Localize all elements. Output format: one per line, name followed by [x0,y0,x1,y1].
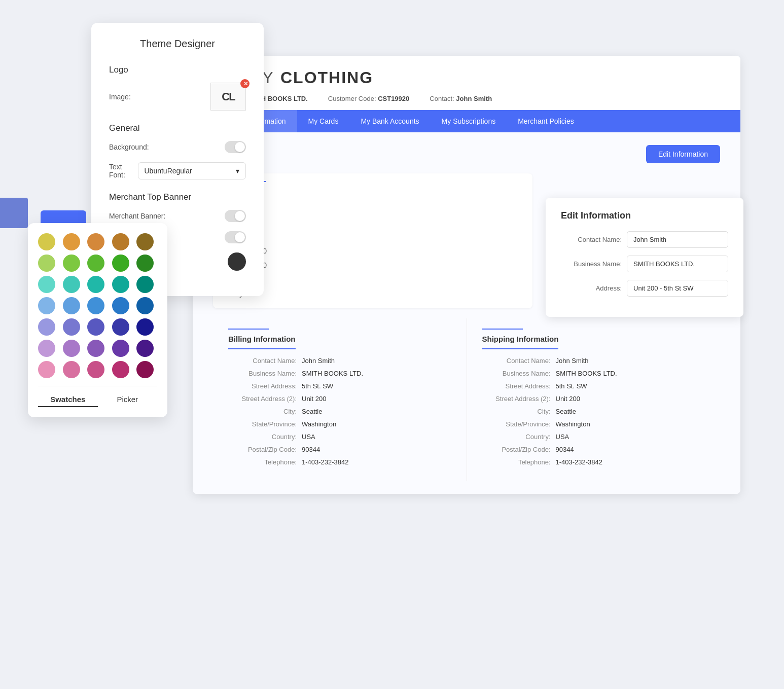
billing-fields: Contact Name:John SmithBusiness Name:SMI… [228,357,451,466]
swatch-item[interactable] [136,255,154,272]
swatch-item[interactable] [136,297,154,314]
code-info: Customer Code: CST19920 [328,95,409,102]
font-value: UbuntuRegular [145,167,192,175]
merchant-banner-label: Merchant Banner: [109,212,165,220]
contact-value: John Smith [456,95,492,102]
logo-close-button[interactable]: ✕ [240,79,250,88]
shipping-row: State/Province:Washington [482,420,705,428]
swatch-item[interactable] [112,233,129,250]
nav-tab-my-subscriptions[interactable]: My Subscriptions [431,110,507,132]
swatch-item[interactable] [87,276,104,293]
billing-row: Telephone:1-403-232-3842 [228,458,451,466]
shipping-field-label: Postal/Zip Code: [482,446,556,453]
general-section-title: General [109,123,246,133]
swatch-item[interactable] [38,297,55,314]
tab-picker[interactable]: Picker [98,392,158,407]
swatch-item[interactable] [38,276,55,293]
swatch-item[interactable] [38,255,55,272]
nav-tab-my-cards[interactable]: My Cards [297,110,350,132]
merchant-banner-row: Merchant Banner: [109,210,246,222]
swatch-item[interactable] [112,340,129,357]
shipping-row: City:Seattle [482,408,705,415]
contact-label: Contact: [430,95,454,102]
invoice-number-row: INV-0001 [226,187,520,201]
swatch-item[interactable] [63,361,80,378]
swatch-item[interactable] [87,318,104,336]
shipping-title: Shipping Information [482,335,559,349]
blue-accent-bar [0,198,28,228]
shipping-col: Shipping Information Contact Name:John S… [467,318,721,481]
swatch-item[interactable] [136,318,154,336]
edit-form-input[interactable] [627,280,728,297]
logo-row: Image: CL ✕ [109,83,246,111]
logo-preview[interactable]: CL ✕ [210,83,246,111]
toggle-knob [235,142,245,152]
billing-col: Billing Information Contact Name:John Sm… [213,318,467,481]
tab-swatches[interactable]: Swatches [38,392,98,407]
shipping-row: Contact Name:John Smith [482,357,705,365]
shipping-field-value: Seattle [556,408,705,415]
shipping-field-label: Contact Name: [482,357,556,365]
billing-field-label: Postal/Zip Code: [228,446,302,453]
underline-blue-billing [228,329,269,330]
swatch-item[interactable] [63,233,80,250]
invoice-date2-row: Jun 18, 2020 [226,258,520,272]
toggle-knob-2 [235,211,245,221]
swatch-item[interactable] [63,255,80,272]
merchant-banner-toggle[interactable] [225,210,246,222]
shipping-field-label: State/Province: [482,420,556,428]
invoice-date1-row: Jun 18, 2020 [226,244,520,258]
swatch-item[interactable] [87,297,104,314]
shipping-row: Street Address:5th St. SW [482,382,705,390]
swatch-item[interactable] [112,297,129,314]
swatch-item[interactable] [87,255,104,272]
billing-field-value: John Smith [302,357,451,365]
background-label: Background: [109,143,149,151]
swatch-item[interactable] [38,340,55,357]
billing-field-value: Unit 200 [302,395,451,403]
swatch-item[interactable] [38,318,55,336]
swatch-item[interactable] [136,361,154,378]
theme-designer-title: Theme Designer [109,38,246,50]
swatch-item[interactable] [87,361,104,378]
shipping-field-label: Street Address (2): [482,395,556,403]
swatch-item[interactable] [87,340,104,357]
toggle-knob-3 [235,232,245,242]
swatch-item[interactable] [136,340,154,357]
shipping-field-value: SMITH BOOKS LTD. [556,370,705,377]
edit-form-input[interactable] [627,231,728,248]
customer-banner-toggle[interactable] [225,231,246,243]
billing-field-label: City: [228,408,302,415]
swatch-item[interactable] [87,233,104,250]
edit-form-row: Address: [561,280,728,297]
edit-information-button[interactable]: Edit Information [646,145,720,163]
swatch-item[interactable] [63,276,80,293]
swatch-item[interactable] [112,318,129,336]
font-select[interactable]: UbuntuRegular ▾ [138,162,246,179]
swatch-item[interactable] [38,361,55,378]
billing-field-label: Street Address (2): [228,395,302,403]
swatches-panel: Swatches Picker [28,223,167,417]
swatch-item[interactable] [38,233,55,250]
swatch-item[interactable] [63,297,80,314]
swatch-item[interactable] [63,318,80,336]
swatch-item[interactable] [112,361,129,378]
billing-field-value: SMITH BOOKS LTD. [302,370,451,377]
shipping-field-value: USA [556,433,705,441]
swatch-item[interactable] [63,340,80,357]
font-colour-picker[interactable] [228,252,246,271]
nav-tab-merchant-policies[interactable]: Merchant Policies [507,110,585,132]
brand-bold: CLOTHING [280,68,373,87]
swatch-item[interactable] [112,276,129,293]
shipping-field-value: 5th St. SW [556,382,705,390]
billing-field-value: 1-403-232-3842 [302,458,451,466]
invoice-days-row: 0 days [226,286,520,301]
swatch-item[interactable] [112,255,129,272]
nav-tab-my-bank-accounts[interactable]: My Bank Accounts [349,110,430,132]
edit-form-input[interactable] [627,256,728,272]
swatch-item[interactable] [136,233,154,250]
swatch-item[interactable] [136,276,154,293]
background-toggle[interactable] [225,141,246,153]
swatches-grid [38,233,157,378]
invoice-currency-row: CAD [226,215,520,230]
